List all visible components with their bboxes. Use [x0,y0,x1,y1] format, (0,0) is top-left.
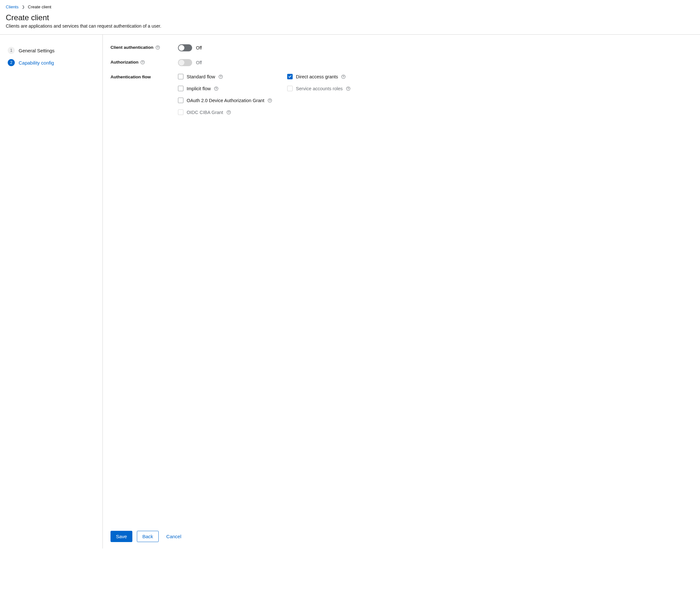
help-icon[interactable] [226,110,231,114]
wizard-nav: 1 General Settings 2 Capability config [0,35,103,548]
service-accounts-roles-option: Service accounts roles [287,86,432,91]
toggle-state-text: Off [196,45,202,50]
oidc-ciba-grant-checkbox [178,109,183,115]
direct-access-grants-option: Direct access grants [287,74,432,79]
oauth-device-grant-option: OAuth 2.0 Device Authorization Grant [178,98,432,103]
breadcrumb: Clients ❯ Create client [0,0,700,12]
checkbox-label: Direct access grants [296,74,338,79]
oidc-ciba-grant-option: OIDC CIBA Grant [178,109,432,115]
label-text: Authentication flow [110,75,151,79]
help-icon[interactable] [219,75,223,79]
step-label: General Settings [19,48,55,53]
breadcrumb-parent-link[interactable]: Clients [6,4,19,9]
back-button[interactable]: Back [137,531,158,542]
authorization-label: Authorization [110,59,178,64]
page-title: Create client [6,13,694,22]
implicit-flow-option: Implicit flow [178,86,287,91]
implicit-flow-checkbox[interactable] [178,86,183,91]
form-area: Client authentication Off Authorization [103,35,700,548]
standard-flow-option: Standard flow [178,74,287,79]
toggle-knob [179,45,184,51]
help-icon[interactable] [141,60,145,64]
chevron-right-icon: ❯ [22,5,25,9]
toggle-knob [179,60,184,66]
label-text: Client authentication [110,45,154,50]
help-icon[interactable] [341,75,346,79]
direct-access-grants-checkbox[interactable] [287,74,293,79]
client-authentication-label: Client authentication [110,44,178,50]
step-label: Capability config [19,60,54,66]
wizard-step-capability-config[interactable]: 2 Capability config [8,56,95,69]
toggle-state-text: Off [196,60,202,65]
page-description: Clients are applications and services th… [6,23,694,29]
client-authentication-toggle[interactable] [178,44,192,51]
oauth-device-grant-checkbox[interactable] [178,98,183,103]
help-icon[interactable] [268,98,272,103]
help-icon[interactable] [214,86,219,91]
checkbox-label: Standard flow [186,74,215,79]
step-badge: 1 [8,47,15,54]
save-button[interactable]: Save [110,531,132,542]
checkbox-label: Implicit flow [186,86,211,91]
checkbox-label: Service accounts roles [296,86,343,91]
help-icon[interactable] [155,45,160,50]
wizard-footer: Save Back Cancel [110,518,692,542]
label-text: Authorization [110,60,139,64]
cancel-button[interactable]: Cancel [163,531,185,542]
checkbox-label: OAuth 2.0 Device Authorization Grant [186,98,265,103]
authentication-flow-label: Authentication flow [110,74,178,79]
breadcrumb-current: Create client [28,4,51,9]
service-accounts-roles-checkbox [287,86,293,91]
step-badge: 2 [8,59,15,66]
checkbox-label: OIDC CIBA Grant [186,110,223,115]
help-icon[interactable] [346,86,350,91]
wizard-step-general-settings[interactable]: 1 General Settings [8,44,95,56]
standard-flow-checkbox[interactable] [178,74,183,79]
authorization-toggle [178,59,192,66]
